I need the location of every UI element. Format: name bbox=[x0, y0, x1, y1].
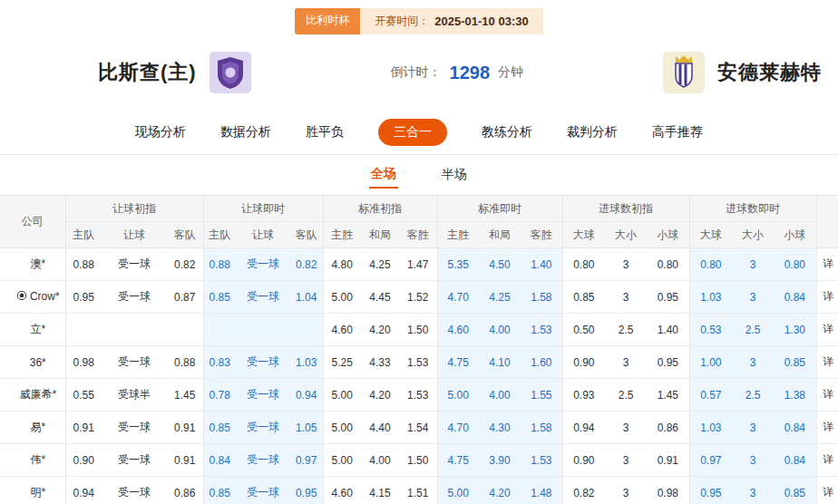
odds-handicap-initial-a: 0.55 bbox=[65, 379, 102, 412]
company-link[interactable]: Crow* bbox=[0, 281, 65, 314]
odds-standard-live-c: 1.53 bbox=[521, 314, 562, 346]
odds-goals-live-b: 3 bbox=[732, 444, 774, 477]
sub-header-standard-live-1: 和局 bbox=[479, 222, 521, 248]
odds-goals-live-a: 1.03 bbox=[689, 281, 732, 314]
odds-standard-live-b: 4.20 bbox=[479, 477, 521, 504]
odds-goals-initial-c: 0.95 bbox=[647, 346, 689, 379]
detail-link[interactable]: 详 bbox=[816, 314, 838, 346]
odds-handicap-live-b: 受一球 bbox=[236, 412, 290, 444]
odds-handicap-live-b: 受一球 bbox=[236, 379, 290, 412]
nav-tab-expert-picks[interactable]: 高手推荐 bbox=[652, 124, 703, 141]
detail-link[interactable]: 详 bbox=[816, 346, 838, 379]
odds-standard-initial-a: 4.80 bbox=[323, 248, 361, 281]
company-link[interactable]: 明* bbox=[0, 477, 65, 504]
odds-goals-initial-b: 3 bbox=[605, 248, 647, 281]
odds-goals-initial-c: 0.95 bbox=[647, 281, 689, 314]
odds-standard-live-b: 3.90 bbox=[479, 444, 521, 477]
company-name: 威廉希* bbox=[19, 388, 56, 401]
company-name: 伟* bbox=[30, 453, 45, 466]
group-header-standard-initial: 标准初指 bbox=[323, 196, 437, 222]
odds-standard-initial-b: 4.20 bbox=[361, 379, 399, 412]
start-time-strip: 开赛时间： 2025-01-10 03:30 bbox=[360, 8, 542, 34]
sub-header-standard-initial-0: 主胜 bbox=[323, 222, 361, 248]
odds-handicap-initial-c: 0.91 bbox=[167, 412, 203, 444]
nav-tab-three-in-one[interactable]: 三合一 bbox=[378, 119, 447, 146]
company-link[interactable]: 澳* bbox=[0, 248, 65, 281]
group-header-handicap-initial: 让球初指 bbox=[65, 196, 203, 222]
sub-header-goals-initial-0: 大球 bbox=[562, 222, 605, 248]
odds-standard-live-a: 4.70 bbox=[437, 412, 479, 444]
odds-handicap-live-a: 0.85 bbox=[203, 281, 236, 314]
countdown-label: 倒计时： bbox=[391, 64, 442, 81]
odds-standard-live-a: 4.75 bbox=[437, 444, 479, 477]
scope-tab-half-match[interactable]: 半场 bbox=[440, 162, 469, 188]
detail-link[interactable]: 详 bbox=[816, 379, 838, 412]
nav-tab-data-analysis[interactable]: 数据分析 bbox=[220, 124, 271, 141]
company-link[interactable]: 易* bbox=[0, 412, 65, 444]
odds-goals-live-b: 3 bbox=[732, 412, 774, 444]
scope-tab-full-match[interactable]: 全场 bbox=[369, 161, 398, 189]
nav-tab-live-analysis[interactable]: 现场分析 bbox=[135, 124, 186, 141]
nav-tab-coach-analysis[interactable]: 教练分析 bbox=[482, 124, 532, 141]
odds-handicap-live-b bbox=[236, 314, 290, 346]
company-link[interactable]: 立* bbox=[0, 314, 65, 346]
odds-standard-live-c: 1.40 bbox=[521, 248, 562, 281]
odds-standard-live-c: 1.58 bbox=[521, 412, 562, 444]
odds-handicap-live-c bbox=[290, 314, 323, 346]
odds-handicap-live-a: 0.83 bbox=[203, 346, 236, 379]
odds-handicap-live-a: 0.88 bbox=[203, 248, 236, 281]
odds-goals-initial-c: 1.40 bbox=[647, 314, 689, 346]
detail-link[interactable]: 详 bbox=[816, 444, 838, 477]
odds-standard-live-b: 4.50 bbox=[479, 248, 521, 281]
odds-handicap-initial-b: 受一球 bbox=[102, 346, 167, 379]
top-bar: 比利时杯 开赛时间： 2025-01-10 03:30 bbox=[0, 0, 838, 34]
detail-link[interactable]: 详 bbox=[816, 248, 838, 281]
nav-tabs: 现场分析数据分析胜平负三合一教练分析裁判分析高手推荐 bbox=[0, 111, 838, 154]
company-link[interactable]: 伟* bbox=[0, 444, 65, 477]
company-column-header: 公司 bbox=[0, 196, 65, 248]
odds-goals-initial-a: 0.93 bbox=[562, 379, 605, 412]
odds-goals-initial-b: 3 bbox=[605, 412, 647, 444]
odds-handicap-initial-a: 0.90 bbox=[65, 444, 102, 477]
detail-link[interactable]: 详 bbox=[816, 281, 838, 314]
odds-standard-initial-c: 1.47 bbox=[399, 248, 437, 281]
detail-link[interactable]: 详 bbox=[816, 412, 838, 444]
odds-goals-live-a: 0.57 bbox=[689, 379, 732, 412]
sub-header-handicap-initial-1: 让球 bbox=[102, 222, 167, 248]
odds-handicap-initial-c: 0.82 bbox=[167, 248, 203, 281]
odds-handicap-live-c: 1.05 bbox=[290, 412, 323, 444]
odds-row: 威廉希*0.55受球半1.450.78受一球0.945.004.201.535.… bbox=[0, 379, 838, 412]
sub-header-goals-live-0: 大球 bbox=[689, 222, 732, 248]
odds-standard-initial-c: 1.51 bbox=[399, 477, 437, 504]
odds-handicap-initial-a: 0.98 bbox=[65, 346, 102, 379]
nav-tab-referee-analysis[interactable]: 裁判分析 bbox=[567, 124, 618, 141]
odds-handicap-initial-b: 受一球 bbox=[102, 477, 167, 504]
odds-handicap-live-b: 受一球 bbox=[236, 248, 290, 281]
odds-goals-initial-c: 0.80 bbox=[647, 248, 689, 281]
odds-goals-live-b: 2.5 bbox=[732, 379, 774, 412]
odds-standard-initial-b: 4.33 bbox=[361, 346, 399, 379]
odds-standard-initial-a: 5.25 bbox=[323, 346, 361, 379]
company-link[interactable]: 威廉希* bbox=[0, 379, 65, 412]
odds-standard-initial-c: 1.50 bbox=[399, 314, 437, 346]
odds-goals-initial-b: 3 bbox=[605, 477, 647, 504]
odds-standard-initial-b: 4.20 bbox=[361, 314, 399, 346]
odds-handicap-live-c: 0.95 bbox=[290, 477, 323, 504]
company-link[interactable]: 36* bbox=[0, 346, 65, 379]
odds-standard-live-a: 5.00 bbox=[437, 477, 479, 504]
odds-goals-live-a: 0.95 bbox=[689, 477, 732, 504]
odds-handicap-initial-b: 受一球 bbox=[102, 248, 167, 281]
odds-row: Crow*0.95受一球0.870.85受一球1.045.004.451.524… bbox=[0, 281, 838, 314]
odds-standard-initial-b: 4.15 bbox=[361, 477, 399, 504]
odds-row: 易*0.91受一球0.910.85受一球1.055.004.401.544.70… bbox=[0, 412, 838, 444]
odds-handicap-live-c: 1.04 bbox=[290, 281, 323, 314]
nav-tab-win-draw-loss[interactable]: 胜平负 bbox=[306, 124, 344, 141]
odds-standard-initial-b: 4.45 bbox=[361, 281, 399, 314]
league-badge[interactable]: 比利时杯 bbox=[295, 8, 360, 34]
odds-standard-initial-a: 4.60 bbox=[323, 477, 361, 504]
sub-header-standard-initial-2: 客胜 bbox=[399, 222, 437, 248]
countdown-unit: 分钟 bbox=[498, 64, 523, 81]
countdown-value: 1298 bbox=[445, 63, 495, 83]
detail-link[interactable]: 详 bbox=[816, 477, 838, 504]
odds-handicap-initial-b bbox=[102, 314, 167, 346]
